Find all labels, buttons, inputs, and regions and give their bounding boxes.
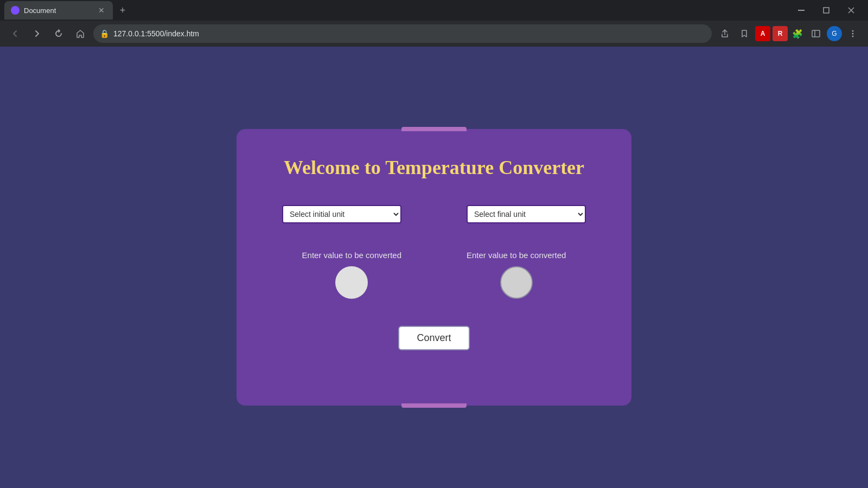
input-right-field[interactable] xyxy=(500,266,533,299)
sidebar-button[interactable] xyxy=(807,25,825,42)
tab-bar: Document ✕ + xyxy=(0,0,868,21)
inputs-row: Enter value to be converted Enter value … xyxy=(302,251,566,299)
final-unit-select[interactable]: Select final unit Celsius Fahrenheit Kel… xyxy=(467,205,586,223)
tab-title: Document xyxy=(24,7,56,15)
nav-bar: 🔒 127.0.0.1:5500/index.htm A R 🧩 xyxy=(0,21,868,47)
menu-button[interactable] xyxy=(844,25,861,42)
address-bar[interactable]: 🔒 127.0.0.1:5500/index.htm xyxy=(93,24,712,43)
url-text: 127.0.0.1:5500/index.htm xyxy=(113,29,199,38)
window-controls xyxy=(789,0,864,21)
adobe-extension[interactable]: A xyxy=(755,26,770,41)
reload-button[interactable] xyxy=(50,25,67,42)
input-left-field[interactable] xyxy=(335,266,368,299)
page-content: Welcome to Temperature Converter Select … xyxy=(0,47,868,488)
input-right-group: Enter value to be converted xyxy=(467,251,566,299)
svg-rect-5 xyxy=(812,30,820,37)
svg-point-8 xyxy=(852,33,854,35)
minimize-button[interactable] xyxy=(789,0,814,21)
input-right-label: Enter value to be converted xyxy=(467,251,566,260)
home-button[interactable] xyxy=(72,25,89,42)
share-button[interactable] xyxy=(716,25,733,42)
input-left-group: Enter value to be converted xyxy=(302,251,401,299)
convert-button[interactable]: Convert xyxy=(398,326,469,350)
forward-button[interactable] xyxy=(28,25,46,42)
browser-chrome: Document ✕ + xyxy=(0,0,868,47)
red-extension[interactable]: R xyxy=(773,26,788,41)
initial-unit-wrapper: Select initial unit Celsius Fahrenheit K… xyxy=(282,205,401,223)
security-icon: 🔒 xyxy=(100,29,109,38)
svg-rect-2 xyxy=(824,8,829,13)
final-unit-wrapper: Select final unit Celsius Fahrenheit Kel… xyxy=(467,205,586,223)
svg-point-0 xyxy=(12,8,18,13)
new-tab-button[interactable]: + xyxy=(115,3,130,18)
page-title: Welcome to Temperature Converter xyxy=(284,156,584,179)
extensions-button[interactable]: 🧩 xyxy=(790,26,805,41)
svg-point-9 xyxy=(852,36,854,37)
svg-rect-1 xyxy=(798,10,805,11)
input-left-label: Enter value to be converted xyxy=(302,251,401,260)
svg-point-7 xyxy=(852,30,854,32)
bookmark-button[interactable] xyxy=(736,25,753,42)
maximize-button[interactable] xyxy=(814,0,839,21)
active-tab[interactable]: Document ✕ xyxy=(4,1,113,20)
back-button[interactable] xyxy=(7,25,24,42)
tab-favicon xyxy=(11,6,20,15)
close-button[interactable] xyxy=(839,0,864,21)
initial-unit-select[interactable]: Select initial unit Celsius Fahrenheit K… xyxy=(282,205,401,223)
tab-close-button[interactable]: ✕ xyxy=(97,5,106,15)
selects-row: Select initial unit Celsius Fahrenheit K… xyxy=(282,205,586,223)
nav-actions: A R 🧩 G xyxy=(716,25,861,42)
profile-button[interactable]: G xyxy=(827,26,842,41)
converter-card: Welcome to Temperature Converter Select … xyxy=(237,129,631,406)
